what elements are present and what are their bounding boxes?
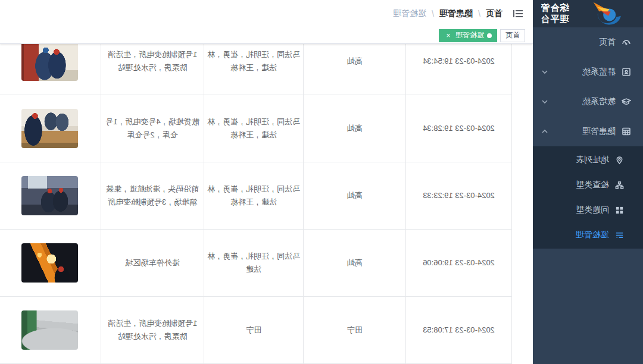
- table-row: 2024-03-23 19:28:34 高灿 马法同，汪明礼，崔勇，林法建，王科…: [0, 95, 511, 162]
- breadcrumb-current: 巡检管理: [393, 8, 426, 19]
- sidebar-item-label: 首页: [541, 37, 616, 48]
- cell-name: 田宁: [303, 297, 405, 363]
- cell-location: 散货堆场，4号变电所，1号仓库，2号仓库: [101, 95, 204, 162]
- sidebar-item-home[interactable]: 首页: [533, 27, 643, 57]
- cell-name: 高灿: [303, 230, 405, 296]
- sitemap-icon: [615, 181, 624, 190]
- grid-icon: [615, 206, 624, 215]
- cell-people: 田宁: [204, 297, 303, 363]
- logo[interactable]: 综合管理平台: [533, 0, 643, 27]
- chevron-up-icon: [541, 128, 548, 135]
- chevron-down-icon: [541, 68, 548, 76]
- monitor-icon: [622, 67, 631, 77]
- sidebar-menu: 首页 群监系统 教培系统: [533, 27, 643, 249]
- close-icon[interactable]: ×: [444, 32, 452, 40]
- cell-time: 2024-03-23 17:08:53: [405, 297, 511, 363]
- sidebar-item-hazard-management[interactable]: 隐患管理: [533, 117, 643, 146]
- sidebar-item-label: 检查类型: [576, 180, 609, 190]
- page-root: 综合管理平台 首页 群监系统: [0, 0, 643, 364]
- cell-time: 2024-03-23 19:28:34: [405, 95, 511, 162]
- cell-location: 1号预制舱变电所，生活消防泵房，污水处理站: [101, 297, 204, 363]
- cell-name: 高灿: [303, 162, 405, 229]
- breadcrumb-hazard[interactable]: 隐患管理: [439, 8, 473, 19]
- sidebar-item-label: 问题类型: [576, 205, 609, 215]
- tag-label: 巡检管理: [455, 30, 484, 40]
- sidebar: 综合管理平台 首页 群监系统: [533, 0, 643, 364]
- list-icon: [615, 231, 624, 240]
- cell-people: 马法同，汪明礼，崔勇，林法建，王科栋: [204, 95, 303, 162]
- hamburger-icon[interactable]: [512, 8, 524, 20]
- sidebar-item-check-type[interactable]: 检查类型: [533, 172, 643, 197]
- active-dot-icon: [487, 33, 492, 38]
- inspection-photo[interactable]: [21, 310, 78, 350]
- sidebar-item-label: 地址列表: [576, 155, 609, 165]
- cell-photo: [0, 297, 101, 363]
- cell-time: 2024-03-23 19:23:33: [405, 162, 511, 229]
- sidebar-item-label: 巡检管理: [576, 230, 609, 240]
- sidebar-submenu: 地址列表 检查类型 问题类型: [533, 146, 643, 249]
- logo-icon: [573, 0, 643, 27]
- breadcrumb-separator: /: [478, 9, 480, 18]
- table-row: 2024-03-23 17:08:53 田宁 田宁 1号预制舱变电所，生活消防泵…: [0, 297, 511, 364]
- tags-view: 首页 巡检管理 ×: [0, 27, 533, 44]
- cell-people: 马法同，汪明礼，崔勇，林法建: [204, 230, 303, 296]
- main-area: 首页 / 隐患管理 / 巡检管理 首页 巡检管理 × 2024-03-23 19…: [0, 0, 533, 364]
- breadcrumb-home[interactable]: 首页: [486, 8, 502, 19]
- tag-label: 首页: [505, 30, 520, 40]
- sidebar-item-inspection-management[interactable]: 巡检管理: [533, 222, 643, 247]
- dashboard-icon: [622, 37, 631, 47]
- tag-inspection-management[interactable]: 巡检管理 ×: [439, 29, 497, 42]
- breadcrumb: 首页 / 隐患管理 / 巡检管理: [393, 8, 502, 19]
- logo-title: 综合管理平台: [533, 2, 569, 25]
- cell-location: 前沿码头，港池航道，集装箱堆场，3号预制舱变电所: [101, 162, 204, 229]
- cell-location: 港外停车场区域: [101, 230, 204, 296]
- inspection-photo[interactable]: [21, 176, 78, 215]
- tag-home[interactable]: 首页: [500, 29, 525, 42]
- sidebar-item-label: 隐患管理: [548, 126, 616, 137]
- inspection-photo[interactable]: [21, 243, 78, 283]
- inspection-table: 2024-03-23 19:54:34 高灿 马法同，汪明礼，崔勇，林法建，王科…: [0, 28, 512, 364]
- location-pin-icon: [615, 156, 624, 165]
- inspection-photo[interactable]: [21, 42, 78, 81]
- sidebar-item-label: 群监系统: [548, 67, 616, 77]
- cell-photo: [0, 162, 101, 229]
- sidebar-item-problem-type[interactable]: 问题类型: [533, 197, 643, 222]
- sidebar-item-training[interactable]: 教培系统: [533, 87, 643, 117]
- cell-time: 2024-03-23 19:06:06: [405, 230, 511, 296]
- cell-name: 高灿: [303, 95, 405, 162]
- inspection-photo[interactable]: [21, 109, 78, 148]
- chevron-down-icon: [541, 98, 548, 105]
- sidebar-item-mass-supervision[interactable]: 群监系统: [533, 57, 643, 87]
- sidebar-item-label: 教培系统: [548, 96, 616, 107]
- table-row: 2024-03-23 19:06:06 高灿 马法同，汪明礼，崔勇，林法建 港外…: [0, 230, 511, 297]
- cell-photo: [0, 95, 101, 162]
- table-row: 2024-03-23 19:23:33 高灿 马法同，汪明礼，崔勇，林法建，王科…: [0, 162, 511, 230]
- breadcrumb-separator: /: [432, 9, 434, 18]
- table-icon: [622, 127, 631, 136]
- sidebar-item-address-list[interactable]: 地址列表: [533, 148, 643, 172]
- top-navbar: 首页 / 隐患管理 / 巡检管理: [0, 0, 533, 27]
- cell-photo: [0, 230, 101, 296]
- cell-people: 马法同，汪明礼，崔勇，林法建，王科栋: [204, 162, 303, 229]
- education-icon: [622, 97, 631, 106]
